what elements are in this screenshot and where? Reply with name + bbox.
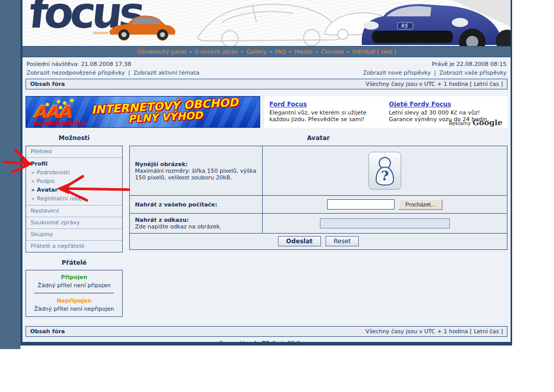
friends-online-label: Připojen: [28, 274, 120, 281]
sidebar-link-settings[interactable]: Nastavení: [31, 207, 59, 214]
nav-gallery[interactable]: Gallery: [246, 49, 266, 55]
upload-file-input[interactable]: [327, 199, 395, 210]
forum-index-bar-bottom: Obsah fóra Všechny časy jsou v UTC + 1 h…: [26, 326, 507, 337]
sidebar-item-friends-foes[interactable]: Přátelé a nepřátelé: [26, 241, 122, 252]
google-ad-1-title[interactable]: Ford Focus: [269, 101, 307, 108]
google-ads-box: Ford Focus Elegantní vůz, ve kterém si u…: [264, 96, 507, 128]
nav-new-messages[interactable]: 0 nových zpráv: [195, 49, 238, 55]
ads-by-label: Reklamy: [449, 121, 471, 126]
upload-url-label: Nahrát z odkazu:: [135, 217, 257, 223]
powered-suffix: © phpBB Group.: [271, 340, 314, 345]
sidebar-link-friends-foes[interactable]: Přátelé a nepřátelé: [31, 243, 84, 249]
friends-divider: [34, 293, 114, 293]
current-time-text: Právě je 22.08.2008 08:15: [432, 61, 506, 67]
upload-url-desc: Zde napište odkaz na obrázek.: [135, 223, 257, 230]
sub-item-marker: »: [31, 195, 35, 202]
current-image-label: Nynější obrázek:: [135, 161, 257, 168]
sidebar-item-overview[interactable]: Přehled: [26, 146, 122, 158]
powered-by-line: Powered by phpBB © phpBB Group.: [26, 340, 507, 345]
link-your-posts[interactable]: Zobrazit vaše příspěvky: [440, 70, 506, 76]
friends-box: Připojen Žádný přítel není připojen Nepř…: [26, 270, 123, 317]
sidebar-item-settings[interactable]: Nastavení: [26, 205, 122, 217]
aaa-brand-text: AAA: [33, 103, 71, 121]
sidebar-link-private-messages[interactable]: Soukromé zprávy: [31, 219, 80, 226]
sidebar-item-private-messages[interactable]: Soukromé zprávy: [26, 217, 122, 229]
form-buttons-row: Odeslat Reset: [130, 234, 507, 249]
nav-separator: •: [288, 49, 292, 55]
sidebar-item-registration[interactable]: »Registrační údaje: [31, 193, 118, 202]
nav-logout[interactable]: Odhlásit [ test ]: [352, 49, 396, 55]
page-left-margin: [0, 0, 20, 349]
reset-button[interactable]: Reset: [326, 236, 359, 246]
page-footer: Powered by phpBB © phpBB Group. [ Time :…: [26, 337, 507, 345]
page: focus: [0, 0, 554, 392]
google-ads-attribution: Reklamy Google: [449, 118, 502, 127]
upload-url-input[interactable]: [320, 218, 450, 228]
link-separator: |: [434, 70, 436, 76]
options-heading: Možnosti: [26, 131, 123, 146]
forum-index-link[interactable]: Obsah fóra: [30, 81, 65, 87]
nav-separator: •: [189, 49, 193, 55]
sub-item-marker: »: [31, 169, 35, 176]
current-image-desc: Maximální rozměry: šířka 150 pixelů, výš…: [135, 168, 257, 181]
avatar-section: Avatar Nynější obrázek: Maximální rozměr…: [129, 131, 507, 250]
nav-separator: •: [269, 49, 272, 55]
submit-button[interactable]: Odeslat: [278, 236, 321, 246]
forum-index-bar-top: Obsah fóra Všechny časy jsou v UTC + 1 h…: [26, 79, 507, 89]
sidebar-link-signature[interactable]: Podpis: [37, 178, 55, 185]
sidebar-link-details[interactable]: Podrobnosti: [37, 169, 70, 176]
upload-file-label: Nahrát z vašeho počítače:: [135, 201, 257, 208]
page-content: Poslední návštěva: 21.08.2008 17:38 Práv…: [22, 57, 511, 345]
link-separator: |: [128, 70, 130, 76]
friends-offline-label: Nepřipojen: [28, 297, 120, 304]
nav-search[interactable]: Hledat: [294, 49, 312, 55]
sidebar-link-overview[interactable]: Přehled: [31, 148, 52, 155]
google-ad-2-title[interactable]: Ojeté Fordy Focus: [389, 101, 451, 108]
current-image-label-cell: Nynější obrázek: Maximální rozměry: šířk…: [130, 146, 263, 196]
nav-faq[interactable]: FAQ: [275, 49, 286, 55]
forum-page: focus: [20, 0, 512, 345]
sidebar-link-groups[interactable]: Skupiny: [31, 231, 53, 238]
header-banner[interactable]: focus: [22, 0, 511, 46]
view-links-left: Zobrazit nezodpovězené příspěvky | Zobra…: [27, 70, 199, 76]
sidebar-item-avatar[interactable]: »Avatar: [31, 185, 118, 193]
last-visit-text: Poslední návštěva: 21.08.2008 17:38: [27, 61, 131, 67]
phpbb-link[interactable]: phpBB: [251, 340, 270, 345]
sidebar-item-groups[interactable]: Skupiny: [26, 229, 122, 241]
visit-info-row: Poslední návštěva: 21.08.2008 17:38 Práv…: [26, 59, 507, 68]
sidebar-item-details[interactable]: »Podrobnosti: [31, 167, 118, 176]
link-new-posts[interactable]: Zobrazit nové příspěvky: [363, 70, 431, 76]
friends-offline-status: Žádný přítel není nepřipojen: [28, 306, 120, 312]
main-columns: Možnosti Přehled Profil »Podrobnosti »Po…: [26, 131, 507, 317]
question-avatar-icon: ?: [372, 155, 398, 187]
nav-separator: •: [240, 49, 244, 55]
ad-slogan: INTERNETOVÝ OBCHOD PLNÝ VÝHOD: [70, 96, 260, 128]
sidebar-group-profile: Profil »Podrobnosti »Podpis »Avatar: [26, 158, 122, 205]
sidebar-item-profile[interactable]: Profil: [31, 160, 118, 167]
forum-index-link-bottom[interactable]: Obsah fóra: [30, 328, 65, 335]
friends-online-status: Žádný přítel není připojen: [28, 282, 120, 289]
sub-item-marker: »: [31, 187, 35, 193]
link-active-topics[interactable]: Zobrazit aktivní témata: [133, 70, 199, 76]
friends-heading: Přátelé: [26, 252, 123, 270]
view-links-right: Zobrazit nové příspěvky | Zobrazit vaše …: [363, 70, 506, 76]
aaa-ad-banner[interactable]: AAA autokosmetika INTERNETOVÝ OBCHOD PLN…: [26, 96, 260, 128]
nav-members[interactable]: Členové: [321, 49, 343, 55]
svg-text:?: ?: [381, 168, 388, 183]
sub-item-marker: »: [31, 178, 35, 185]
sidebar-link-avatar[interactable]: Avatar: [37, 187, 58, 193]
view-links-row: Zobrazit nezodpovězené příspěvky | Zobra…: [26, 68, 507, 77]
nav-separator: •: [315, 49, 319, 55]
nav-user-panel[interactable]: Uživatelský panel: [137, 49, 187, 55]
sidebar-item-signature[interactable]: »Podpis: [31, 176, 118, 185]
banner-artwork: focus: [22, 0, 511, 46]
top-navbar: Uživatelský panel • 0 nových zpráv • Gal…: [22, 46, 511, 57]
timezone-text-bottom: Všechny časy jsou v UTC + 1 hodina [ Let…: [365, 328, 503, 335]
sidebar-link-registration[interactable]: Registrační údaje: [37, 195, 85, 202]
rs-badge: RS: [401, 23, 408, 29]
upload-url-cell: [263, 214, 507, 234]
link-unanswered-posts[interactable]: Zobrazit nezodpovězené příspěvky: [27, 70, 125, 76]
browse-button[interactable]: Procházet...: [398, 199, 443, 210]
avatar-panel: Nynější obrázek: Maximální rozměry: šířk…: [129, 146, 507, 250]
current-image-cell: ?: [263, 146, 507, 196]
